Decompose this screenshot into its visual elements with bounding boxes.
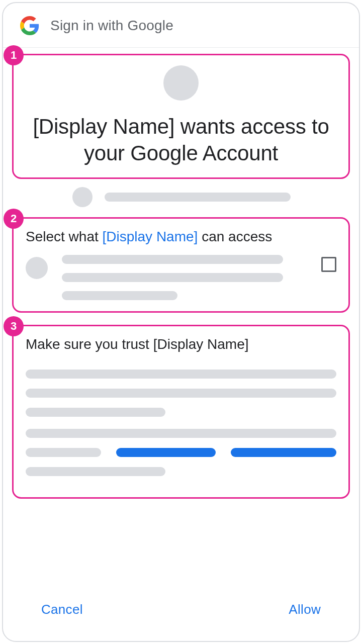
section-app-identity: 1 [Display Name] wants access to your Go…	[12, 54, 350, 179]
divider	[3, 47, 359, 48]
consent-heading: [Display Name] wants access to your Goog…	[26, 114, 336, 166]
account-chip[interactable]	[12, 179, 350, 215]
callout-badge-3: 3	[4, 316, 24, 336]
scope-heading: Select what [Display Name] can access	[26, 229, 336, 245]
app-logo-placeholder	[163, 65, 199, 101]
privacy-link-placeholder[interactable]	[116, 448, 216, 457]
scope-description-placeholder	[62, 255, 307, 300]
scope-heading-post: can access	[198, 229, 272, 244]
consent-dialog: Sign in with Google 1 [Display Name] wan…	[2, 2, 360, 642]
callout-badge-2: 2	[4, 209, 24, 229]
cancel-button[interactable]: Cancel	[38, 601, 86, 618]
callout-badge-1: 1	[4, 45, 24, 65]
terms-link-placeholder[interactable]	[231, 448, 336, 457]
user-avatar-icon	[72, 187, 93, 207]
section-trust: 3 Make sure you trust [Display Name]	[12, 325, 350, 499]
account-email-placeholder	[105, 193, 291, 202]
scope-checkbox[interactable]	[321, 257, 336, 272]
app-name-link[interactable]: [Display Name]	[103, 229, 198, 244]
scope-item	[26, 255, 336, 300]
header: Sign in with Google	[3, 3, 359, 47]
allow-button[interactable]: Allow	[286, 601, 324, 618]
trust-paragraph-1	[26, 370, 336, 417]
action-bar: Cancel Allow	[3, 581, 359, 641]
trust-paragraph-2	[26, 429, 336, 476]
google-logo-icon	[20, 16, 39, 35]
header-title: Sign in with Google	[50, 18, 173, 34]
scope-icon	[26, 257, 48, 279]
trust-heading: Make sure you trust [Display Name]	[26, 336, 336, 352]
scope-heading-pre: Select what	[26, 229, 103, 244]
section-scope-select: 2 Select what [Display Name] can access	[12, 217, 350, 313]
